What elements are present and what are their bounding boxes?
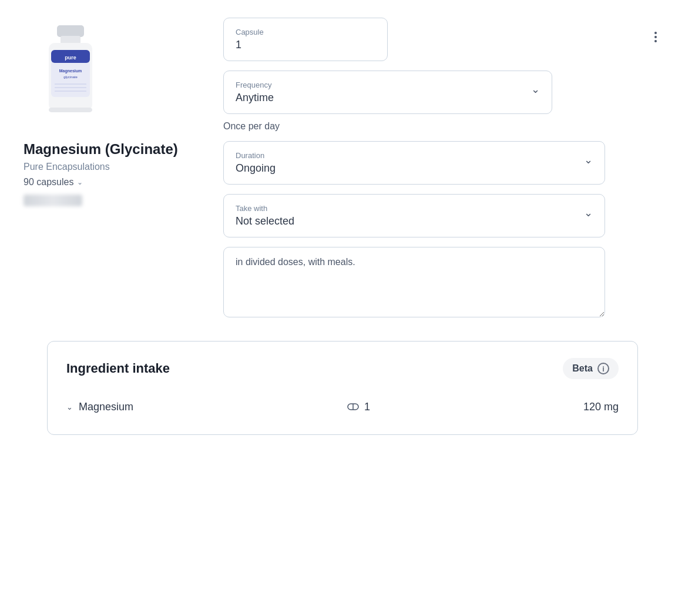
ingredient-name: Magnesium: [79, 401, 133, 413]
duration-chevron-icon: ⌄: [584, 153, 593, 166]
capsule-value: 1: [236, 39, 375, 51]
take-with-content: Take with Not selected: [236, 204, 294, 227]
take-with-value: Not selected: [236, 215, 294, 227]
duration-label: Duration: [236, 151, 276, 160]
more-options-button[interactable]: [650, 29, 662, 45]
product-quantity[interactable]: 90 capsules ⌄: [23, 177, 83, 188]
top-section: pure Magnesium glycinate Magnesium (Glyc…: [23, 18, 662, 317]
product-bottle-image: pure Magnesium glycinate: [32, 21, 109, 126]
svg-rect-0: [57, 25, 84, 37]
product-image-container: pure Magnesium glycinate: [23, 18, 117, 129]
svg-rect-1: [61, 36, 80, 44]
product-quantity-label: 90 capsules: [23, 177, 73, 188]
take-with-dropdown[interactable]: Take with Not selected ⌄: [223, 194, 605, 237]
frequency-label: Frequency: [236, 81, 274, 89]
ingredient-intake-section: Ingredient intake Beta i ⌄ Magnesium 1: [47, 341, 638, 435]
ingredient-intake-title: Ingredient intake: [66, 361, 170, 376]
blurred-info-bar: [23, 195, 82, 206]
ingredient-capsule-group: 1: [347, 400, 370, 413]
dot-3: [654, 40, 657, 42]
dot-1: [654, 32, 657, 34]
ingredient-amount: 120 mg: [583, 401, 619, 413]
beta-badge[interactable]: Beta i: [563, 358, 619, 379]
ingredient-capsule-count: 1: [364, 401, 370, 413]
quantity-chevron-icon: ⌄: [77, 178, 83, 186]
left-panel: pure Magnesium glycinate Magnesium (Glyc…: [23, 18, 200, 317]
ingredient-expand-icon[interactable]: ⌄: [66, 403, 73, 411]
ingredient-header: Ingredient intake Beta i: [66, 358, 619, 379]
svg-text:pure: pure: [65, 55, 76, 61]
capsule-selector[interactable]: Capsule 1: [223, 18, 388, 61]
dot-2: [654, 36, 657, 38]
info-icon: i: [597, 363, 609, 374]
take-with-label: Take with: [236, 204, 294, 213]
frequency-content: Frequency Anytime: [236, 81, 274, 104]
capsule-label: Capsule: [236, 28, 375, 36]
frequency-value: Anytime: [236, 92, 274, 104]
ingredient-name-group: ⌄ Magnesium: [66, 401, 133, 413]
take-with-chevron-icon: ⌄: [584, 206, 593, 219]
duration-dropdown[interactable]: Duration Ongoing ⌄: [223, 141, 605, 185]
duration-content: Duration Ongoing: [236, 151, 276, 175]
notes-textarea[interactable]: [223, 247, 605, 317]
product-name: Magnesium (Glycinate): [23, 140, 178, 158]
frequency-chevron-icon: ⌄: [531, 83, 540, 96]
svg-text:glycinate: glycinate: [63, 75, 78, 79]
svg-text:Magnesium: Magnesium: [59, 69, 82, 73]
beta-label: Beta: [572, 363, 593, 374]
product-brand: Pure Encapsulations: [23, 162, 110, 172]
right-panel: Capsule 1 Frequency Anytime ⌄ Once per d…: [223, 18, 662, 317]
capsule-pill-icon: [347, 400, 360, 413]
main-container: pure Magnesium glycinate Magnesium (Glyc…: [0, 0, 685, 476]
ingredient-row: ⌄ Magnesium 1 120 mg: [66, 396, 619, 418]
frequency-dropdown[interactable]: Frequency Anytime ⌄: [223, 71, 552, 114]
duration-value: Ongoing: [236, 162, 276, 175]
svg-rect-11: [49, 108, 92, 112]
once-per-day-label: Once per day: [223, 121, 662, 132]
